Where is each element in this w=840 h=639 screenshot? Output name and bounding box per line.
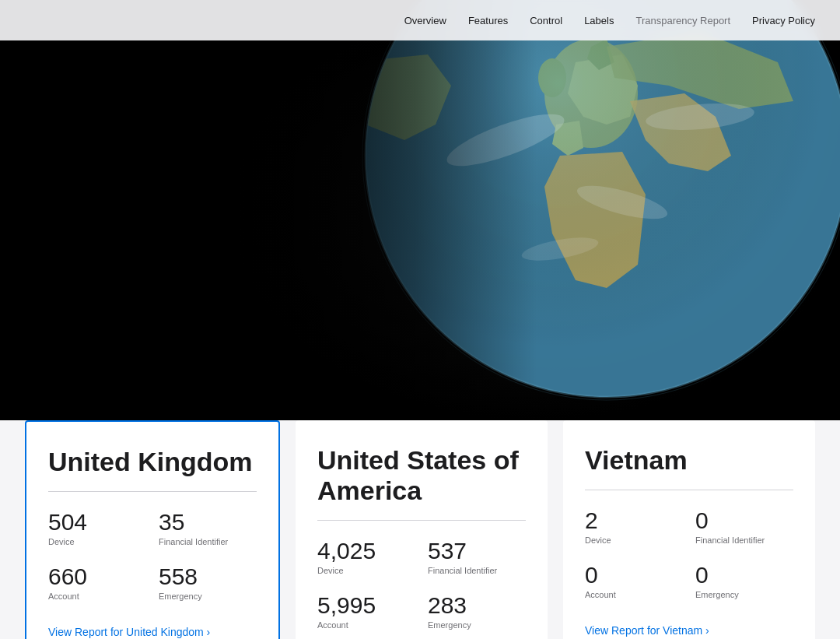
nav-link-control[interactable]: Control [530, 15, 562, 26]
stat-label: Emergency [428, 620, 526, 630]
stat-value: 2 [585, 509, 683, 532]
stat-value: 5,995 [317, 594, 415, 617]
stat-item: 537Financial Identifier [428, 539, 526, 575]
stat-label: Emergency [159, 592, 257, 601]
stat-value: 0 [695, 564, 793, 587]
stat-value: 0 [585, 564, 683, 587]
nav-link-overview[interactable]: Overview [404, 15, 446, 26]
stat-value: 537 [428, 539, 526, 563]
nav-link-transparency-report[interactable]: Transparency Report [635, 15, 730, 26]
nav-link-privacy-policy[interactable]: Privacy Policy [752, 15, 815, 26]
stat-label: Device [585, 535, 683, 545]
stat-label: Device [317, 566, 415, 575]
stat-item: 283Emergency [428, 594, 526, 630]
stat-label: Financial Identifier [695, 535, 793, 545]
stat-label: Financial Identifier [159, 537, 257, 546]
card-divider [48, 491, 257, 492]
nav-link-features[interactable]: Features [468, 15, 508, 26]
stat-value: 283 [428, 594, 526, 617]
card-country-name: United States of America [317, 445, 526, 506]
stat-label: Emergency [695, 590, 793, 599]
view-report-link[interactable]: View Report for Vietnam › [585, 624, 709, 637]
globe-visual [233, 0, 840, 420]
card-country-name: United Kingdom [48, 447, 257, 477]
view-report-link[interactable]: View Report for United Kingdom › [48, 626, 210, 638]
stat-item: 660Account [48, 565, 146, 601]
stat-item: 0Emergency [695, 564, 793, 599]
card-stats-grid: 4,025Device537Financial Identifier5,995A… [317, 539, 526, 630]
card-stats-grid: 2Device0Financial Identifier0Account0Eme… [585, 509, 793, 599]
stat-label: Account [585, 590, 683, 599]
stat-item: 5,995Account [317, 594, 415, 630]
stat-item: 4,025Device [317, 539, 415, 575]
stat-item: 558Emergency [159, 565, 257, 601]
card-divider [585, 490, 793, 490]
svg-rect-21 [233, 0, 840, 420]
stat-value: 4,025 [317, 539, 415, 563]
stat-item: 0Account [585, 564, 683, 599]
stat-item: 0Financial Identifier [695, 509, 793, 545]
stat-item: 504Device [48, 511, 146, 546]
country-card-0[interactable]: United Kingdom504Device35Financial Ident… [25, 420, 280, 639]
nav-link-labels[interactable]: Labels [584, 15, 614, 26]
stat-value: 504 [48, 511, 146, 534]
nav-links: OverviewFeaturesControlLabelsTransparenc… [404, 13, 815, 27]
stat-label: Financial Identifier [428, 566, 526, 575]
hero-section [0, 0, 840, 420]
card-country-name: Vietnam [585, 445, 793, 476]
cards-section: United Kingdom504Device35Financial Ident… [0, 420, 840, 639]
stat-label: Account [48, 592, 146, 601]
stat-value: 35 [159, 511, 257, 534]
stat-item: 35Financial Identifier [159, 511, 257, 546]
stat-value: 660 [48, 565, 146, 588]
nav: OverviewFeaturesControlLabelsTransparenc… [0, 0, 840, 40]
country-card-2[interactable]: Vietnam2Device0Financial Identifier0Acco… [563, 420, 815, 639]
card-stats-grid: 504Device35Financial Identifier660Accoun… [48, 511, 257, 601]
card-divider [317, 520, 526, 521]
stat-value: 558 [159, 565, 257, 588]
country-card-1[interactable]: United States of America4,025Device537Fi… [296, 420, 548, 639]
stat-label: Account [317, 620, 415, 630]
stat-item: 2Device [585, 509, 683, 545]
stat-label: Device [48, 537, 146, 546]
stat-value: 0 [695, 509, 793, 532]
